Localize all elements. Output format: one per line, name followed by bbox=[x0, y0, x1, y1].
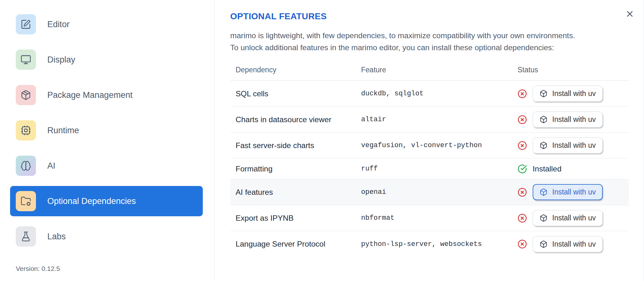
column-header-feature: Feature bbox=[361, 66, 518, 74]
sidebar-item-label: Display bbox=[47, 55, 75, 65]
status-cell: Installed bbox=[518, 164, 629, 174]
sidebar-item-runtime[interactable]: Runtime bbox=[10, 115, 203, 146]
x-circle-icon bbox=[518, 141, 527, 150]
install-button-label: Install with uv bbox=[552, 89, 596, 98]
install-with-uv-button[interactable]: Install with uv bbox=[533, 111, 603, 128]
x-circle-icon bbox=[518, 239, 527, 249]
optional-features-panel: OPTIONAL FEATURES marimo is lightweight,… bbox=[215, 0, 644, 281]
feature-packages: duckdb, sqlglot bbox=[361, 90, 518, 98]
dependency-name: Fast server-side charts bbox=[230, 141, 361, 150]
dependency-name: Export as IPYNB bbox=[230, 214, 361, 223]
dependency-name: Charts in datasource viewer bbox=[230, 115, 361, 124]
status-cell: Install with uv bbox=[518, 137, 629, 153]
flask-icon bbox=[16, 226, 36, 247]
monitor-icon bbox=[16, 50, 36, 70]
status-cell: Install with uv bbox=[518, 111, 629, 128]
box-icon bbox=[540, 240, 547, 248]
app-version: Version: 0.12.5 bbox=[16, 265, 203, 272]
status-cell: Install with uv bbox=[518, 86, 629, 102]
description-line: marimo is lightweight, with few dependen… bbox=[230, 31, 575, 40]
box-icon bbox=[540, 214, 547, 222]
install-with-uv-button[interactable]: Install with uv bbox=[533, 210, 603, 226]
sidebar-item-label: Labs bbox=[47, 232, 66, 242]
sidebar-item-label: AI bbox=[47, 161, 56, 171]
feature-packages: ruff bbox=[361, 165, 518, 173]
table-header: Dependency Feature Status bbox=[230, 66, 629, 81]
panel-description: marimo is lightweight, with few dependen… bbox=[230, 30, 630, 54]
status-cell: Install with uv bbox=[518, 236, 629, 252]
table-row: Formatting ruff Installed bbox=[230, 158, 629, 179]
panel-content: OPTIONAL FEATURES marimo is lightweight,… bbox=[215, 0, 630, 257]
brain-icon bbox=[16, 156, 36, 176]
x-circle-icon bbox=[518, 213, 527, 223]
close-button[interactable] bbox=[624, 8, 635, 20]
sidebar-item-display[interactable]: Display bbox=[10, 45, 203, 75]
feature-packages: python-lsp-server, websockets bbox=[361, 240, 518, 248]
x-circle-icon bbox=[518, 89, 527, 99]
feature-packages: openai bbox=[361, 188, 518, 196]
table-row: Language Server Protocol python-lsp-serv… bbox=[230, 231, 629, 257]
box-icon bbox=[540, 116, 547, 123]
x-circle-icon bbox=[518, 115, 527, 124]
table-row: Fast server-side charts vegafusion, vl-c… bbox=[230, 133, 629, 158]
install-button-label: Install with uv bbox=[552, 188, 596, 196]
feature-packages: altair bbox=[361, 116, 518, 123]
installed-status-label: Installed bbox=[533, 164, 561, 173]
package-icon bbox=[16, 85, 36, 105]
install-with-uv-button[interactable]: Install with uv bbox=[533, 184, 603, 200]
sidebar-item-package-management[interactable]: Package Management bbox=[10, 80, 203, 110]
dependencies-table: Dependency Feature Status SQL cells duck… bbox=[230, 66, 629, 257]
install-button-label: Install with uv bbox=[552, 240, 596, 248]
box-icon bbox=[540, 90, 547, 98]
dependency-name: Language Server Protocol bbox=[230, 240, 361, 248]
sidebar-item-optional-dependencies[interactable]: Optional Dependencies bbox=[10, 186, 203, 216]
cpu-icon bbox=[16, 120, 36, 140]
edit-icon bbox=[16, 14, 36, 34]
dependency-name: Formatting bbox=[230, 164, 361, 173]
sidebar-item-label: Package Management bbox=[47, 90, 132, 100]
x-circle-icon bbox=[518, 188, 527, 197]
install-button-label: Install with uv bbox=[552, 115, 596, 124]
dependency-name: SQL cells bbox=[230, 89, 361, 98]
feature-packages: vegafusion, vl-convert-python bbox=[361, 141, 518, 149]
table-row: Export as IPYNB nbformat Install with uv bbox=[230, 205, 629, 231]
install-button-label: Install with uv bbox=[552, 141, 596, 150]
column-header-status: Status bbox=[518, 66, 629, 74]
table-row: Charts in datasource viewer altair Insta… bbox=[230, 107, 629, 133]
install-with-uv-button[interactable]: Install with uv bbox=[533, 236, 603, 252]
description-line: To unlock additional features in the mar… bbox=[230, 43, 554, 52]
table-row: AI features openai Install with uv bbox=[230, 179, 629, 205]
close-icon bbox=[625, 9, 635, 19]
folder-cog-icon bbox=[16, 191, 36, 211]
install-button-label: Install with uv bbox=[552, 214, 596, 222]
box-icon bbox=[540, 188, 547, 196]
status-cell: Install with uv bbox=[518, 210, 629, 226]
status-cell: Install with uv bbox=[518, 184, 629, 200]
settings-dialog: Editor Display Package Management Runtim… bbox=[0, 0, 644, 281]
column-header-dependency: Dependency bbox=[230, 66, 361, 74]
install-with-uv-button[interactable]: Install with uv bbox=[533, 137, 603, 153]
check-circle-icon bbox=[518, 164, 527, 174]
page-title: OPTIONAL FEATURES bbox=[230, 11, 630, 21]
dependency-name: AI features bbox=[230, 188, 361, 197]
box-icon bbox=[540, 141, 547, 149]
sidebar-item-editor[interactable]: Editor bbox=[10, 9, 203, 39]
settings-sidebar: Editor Display Package Management Runtim… bbox=[0, 0, 215, 281]
sidebar-item-label: Editor bbox=[47, 20, 70, 29]
sidebar-item-label: Runtime bbox=[47, 126, 79, 135]
sidebar-item-ai[interactable]: AI bbox=[10, 151, 203, 181]
install-with-uv-button[interactable]: Install with uv bbox=[533, 86, 603, 102]
table-row: SQL cells duckdb, sqlglot Install with u… bbox=[230, 81, 629, 107]
sidebar-item-label: Optional Dependencies bbox=[47, 196, 136, 206]
sidebar-item-labs[interactable]: Labs bbox=[10, 221, 203, 252]
feature-packages: nbformat bbox=[361, 214, 518, 222]
